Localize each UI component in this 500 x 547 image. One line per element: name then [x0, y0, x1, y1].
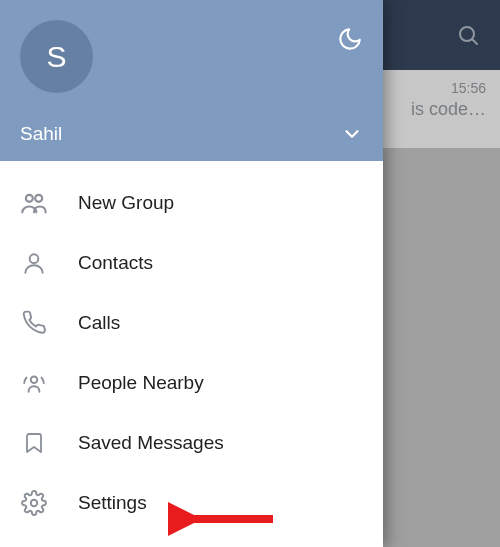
menu-item-label: Saved Messages — [78, 432, 224, 454]
menu-item-settings[interactable]: Settings — [0, 473, 383, 533]
svg-point-5 — [31, 377, 38, 384]
new-group-icon — [20, 189, 48, 217]
menu-item-new-group[interactable]: New Group — [0, 173, 383, 233]
menu-item-label: Contacts — [78, 252, 153, 274]
nav-drawer: S Sahil New G — [0, 0, 383, 547]
menu-item-contacts[interactable]: Contacts — [0, 233, 383, 293]
menu-item-label: Settings — [78, 492, 147, 514]
menu-item-label: New Group — [78, 192, 174, 214]
avatar-initial: S — [46, 40, 66, 74]
menu-item-people-nearby[interactable]: People Nearby — [0, 353, 383, 413]
menu-item-label: People Nearby — [78, 372, 204, 394]
username: Sahil — [20, 123, 62, 145]
avatar[interactable]: S — [20, 20, 93, 93]
bookmark-icon — [20, 429, 48, 457]
drawer-menu: New Group Contacts Calls — [0, 161, 383, 547]
account-switcher[interactable]: Sahil — [20, 123, 363, 145]
calls-icon — [20, 309, 48, 337]
drawer-header: S Sahil — [0, 0, 383, 161]
svg-point-2 — [26, 195, 33, 202]
people-nearby-icon — [20, 369, 48, 397]
menu-item-saved-messages[interactable]: Saved Messages — [0, 413, 383, 473]
contacts-icon — [20, 249, 48, 277]
chevron-down-icon — [341, 123, 363, 145]
svg-point-4 — [30, 254, 39, 263]
moon-icon[interactable] — [337, 20, 363, 52]
menu-item-calls[interactable]: Calls — [0, 293, 383, 353]
gear-icon — [20, 489, 48, 517]
svg-point-3 — [35, 195, 42, 202]
svg-point-6 — [31, 500, 38, 507]
menu-item-label: Calls — [78, 312, 120, 334]
